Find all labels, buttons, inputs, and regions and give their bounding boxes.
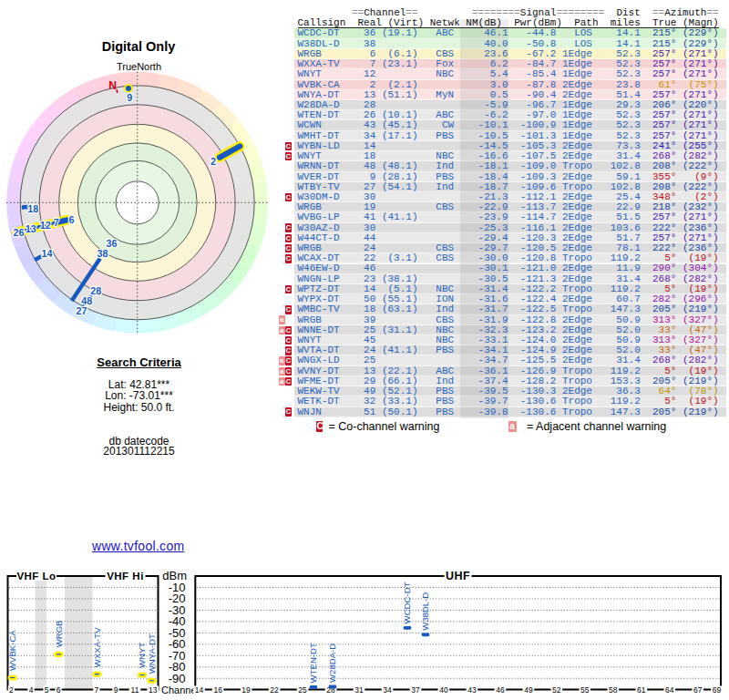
svg-text:67: 67	[693, 685, 703, 695]
svg-text:26: 26	[14, 227, 25, 238]
svg-text:WXXA-TV: WXXA-TV	[92, 627, 102, 667]
svg-text:22: 22	[270, 685, 279, 695]
svg-text:N: N	[108, 79, 117, 92]
svg-text:WNYT: WNYT	[137, 643, 147, 668]
svg-text:43: 43	[467, 685, 477, 695]
svg-text:Channel: Channel	[161, 685, 199, 695]
svg-text:40: 40	[439, 685, 448, 695]
svg-text:11: 11	[131, 685, 139, 695]
svg-text:27: 27	[76, 305, 87, 316]
svg-text:9: 9	[127, 92, 132, 103]
svg-text:UHF: UHF	[446, 570, 470, 582]
svg-text:13: 13	[149, 685, 158, 695]
svg-text:7: 7	[54, 217, 59, 228]
svg-text:48: 48	[81, 295, 92, 306]
svg-text:9: 9	[114, 685, 118, 695]
svg-text:64: 64	[665, 685, 674, 695]
svg-text:TrueNorth: TrueNorth	[117, 61, 161, 72]
svg-text:69: 69	[713, 685, 722, 695]
svg-text:Digital Only: Digital Only	[102, 39, 176, 54]
svg-text:WNYA-DT: WNYA-DT	[147, 633, 157, 674]
svg-text:52: 52	[552, 685, 561, 695]
svg-text:18: 18	[27, 203, 38, 214]
svg-text:2: 2	[210, 156, 216, 167]
svg-text:W38DL-D: W38DL-D	[420, 592, 430, 631]
svg-text:6: 6	[56, 685, 61, 695]
svg-text:4: 4	[29, 685, 34, 695]
svg-text:6: 6	[68, 214, 74, 225]
svg-text:13: 13	[26, 223, 36, 234]
svg-text:16: 16	[213, 685, 222, 695]
svg-text:61: 61	[637, 685, 646, 695]
svg-text:WRGB: WRGB	[54, 620, 64, 647]
svg-text:WTEN-DT: WTEN-DT	[308, 643, 318, 683]
svg-text:19: 19	[241, 685, 251, 695]
svg-text:14: 14	[195, 685, 204, 695]
svg-text:55: 55	[580, 685, 590, 695]
svg-text:58: 58	[609, 685, 618, 695]
svg-text:38: 38	[97, 248, 108, 259]
svg-text:VHF Lo: VHF Lo	[16, 571, 56, 582]
svg-text:12: 12	[40, 220, 51, 231]
svg-text:2: 2	[9, 685, 14, 695]
svg-text:WCDC-DT: WCDC-DT	[402, 582, 412, 623]
svg-text:37: 37	[411, 685, 420, 695]
svg-text:VHF Hi: VHF Hi	[107, 571, 144, 582]
svg-text:31: 31	[354, 685, 364, 695]
svg-text:W28DA-D: W28DA-D	[327, 643, 337, 683]
svg-text:WVBK-CA: WVBK-CA	[7, 630, 17, 671]
svg-text:14: 14	[41, 248, 52, 259]
svg-text:-90: -90	[169, 672, 186, 685]
svg-text:5: 5	[45, 685, 49, 695]
svg-text:25: 25	[298, 685, 307, 695]
svg-text:34: 34	[383, 685, 392, 695]
svg-text:7: 7	[95, 685, 99, 695]
svg-text:49: 49	[524, 685, 533, 695]
svg-text:46: 46	[496, 685, 505, 695]
